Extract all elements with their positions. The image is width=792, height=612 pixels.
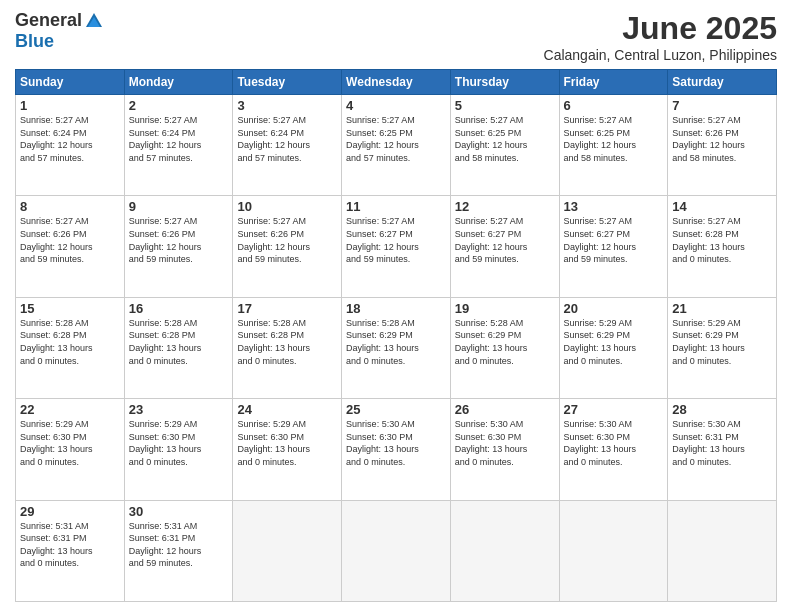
day-number: 30 <box>129 504 229 519</box>
calendar-cell: 9Sunrise: 5:27 AM Sunset: 6:26 PM Daylig… <box>124 196 233 297</box>
calendar-cell: 16Sunrise: 5:28 AM Sunset: 6:28 PM Dayli… <box>124 297 233 398</box>
day-info: Sunrise: 5:28 AM Sunset: 6:28 PM Dayligh… <box>129 317 229 367</box>
day-info: Sunrise: 5:30 AM Sunset: 6:30 PM Dayligh… <box>564 418 664 468</box>
day-info: Sunrise: 5:27 AM Sunset: 6:28 PM Dayligh… <box>672 215 772 265</box>
day-number: 3 <box>237 98 337 113</box>
header-monday: Monday <box>124 70 233 95</box>
day-info: Sunrise: 5:30 AM Sunset: 6:31 PM Dayligh… <box>672 418 772 468</box>
day-info: Sunrise: 5:29 AM Sunset: 6:30 PM Dayligh… <box>129 418 229 468</box>
logo: General Blue <box>15 10 104 52</box>
calendar-subtitle: Calangain, Central Luzon, Philippines <box>544 47 777 63</box>
day-number: 27 <box>564 402 664 417</box>
day-number: 23 <box>129 402 229 417</box>
day-info: Sunrise: 5:31 AM Sunset: 6:31 PM Dayligh… <box>129 520 229 570</box>
day-number: 15 <box>20 301 120 316</box>
calendar-cell: 26Sunrise: 5:30 AM Sunset: 6:30 PM Dayli… <box>450 399 559 500</box>
calendar-cell: 6Sunrise: 5:27 AM Sunset: 6:25 PM Daylig… <box>559 95 668 196</box>
day-number: 19 <box>455 301 555 316</box>
day-info: Sunrise: 5:28 AM Sunset: 6:29 PM Dayligh… <box>346 317 446 367</box>
calendar-cell: 7Sunrise: 5:27 AM Sunset: 6:26 PM Daylig… <box>668 95 777 196</box>
day-info: Sunrise: 5:28 AM Sunset: 6:28 PM Dayligh… <box>20 317 120 367</box>
day-info: Sunrise: 5:27 AM Sunset: 6:26 PM Dayligh… <box>20 215 120 265</box>
calendar-cell: 18Sunrise: 5:28 AM Sunset: 6:29 PM Dayli… <box>342 297 451 398</box>
calendar-cell: 17Sunrise: 5:28 AM Sunset: 6:28 PM Dayli… <box>233 297 342 398</box>
day-info: Sunrise: 5:29 AM Sunset: 6:30 PM Dayligh… <box>20 418 120 468</box>
calendar-cell <box>668 500 777 601</box>
day-info: Sunrise: 5:30 AM Sunset: 6:30 PM Dayligh… <box>346 418 446 468</box>
day-number: 21 <box>672 301 772 316</box>
week-row-2: 8Sunrise: 5:27 AM Sunset: 6:26 PM Daylig… <box>16 196 777 297</box>
day-number: 16 <box>129 301 229 316</box>
day-info: Sunrise: 5:27 AM Sunset: 6:26 PM Dayligh… <box>237 215 337 265</box>
day-number: 6 <box>564 98 664 113</box>
calendar-cell: 11Sunrise: 5:27 AM Sunset: 6:27 PM Dayli… <box>342 196 451 297</box>
day-info: Sunrise: 5:27 AM Sunset: 6:24 PM Dayligh… <box>20 114 120 164</box>
header: General Blue June 2025 Calangain, Centra… <box>15 10 777 63</box>
calendar-cell: 12Sunrise: 5:27 AM Sunset: 6:27 PM Dayli… <box>450 196 559 297</box>
week-row-5: 29Sunrise: 5:31 AM Sunset: 6:31 PM Dayli… <box>16 500 777 601</box>
calendar-cell <box>342 500 451 601</box>
calendar-cell: 27Sunrise: 5:30 AM Sunset: 6:30 PM Dayli… <box>559 399 668 500</box>
logo-general-text: General <box>15 10 82 31</box>
day-info: Sunrise: 5:27 AM Sunset: 6:27 PM Dayligh… <box>346 215 446 265</box>
header-sunday: Sunday <box>16 70 125 95</box>
header-row: Sunday Monday Tuesday Wednesday Thursday… <box>16 70 777 95</box>
title-section: June 2025 Calangain, Central Luzon, Phil… <box>544 10 777 63</box>
page: General Blue June 2025 Calangain, Centra… <box>0 0 792 612</box>
calendar-cell: 8Sunrise: 5:27 AM Sunset: 6:26 PM Daylig… <box>16 196 125 297</box>
day-info: Sunrise: 5:30 AM Sunset: 6:30 PM Dayligh… <box>455 418 555 468</box>
header-thursday: Thursday <box>450 70 559 95</box>
day-number: 22 <box>20 402 120 417</box>
week-row-1: 1Sunrise: 5:27 AM Sunset: 6:24 PM Daylig… <box>16 95 777 196</box>
day-info: Sunrise: 5:27 AM Sunset: 6:25 PM Dayligh… <box>564 114 664 164</box>
week-row-4: 22Sunrise: 5:29 AM Sunset: 6:30 PM Dayli… <box>16 399 777 500</box>
day-info: Sunrise: 5:27 AM Sunset: 6:25 PM Dayligh… <box>346 114 446 164</box>
day-number: 17 <box>237 301 337 316</box>
calendar-cell: 14Sunrise: 5:27 AM Sunset: 6:28 PM Dayli… <box>668 196 777 297</box>
week-row-3: 15Sunrise: 5:28 AM Sunset: 6:28 PM Dayli… <box>16 297 777 398</box>
day-number: 13 <box>564 199 664 214</box>
calendar-cell: 29Sunrise: 5:31 AM Sunset: 6:31 PM Dayli… <box>16 500 125 601</box>
day-info: Sunrise: 5:27 AM Sunset: 6:26 PM Dayligh… <box>672 114 772 164</box>
day-info: Sunrise: 5:27 AM Sunset: 6:27 PM Dayligh… <box>564 215 664 265</box>
day-number: 28 <box>672 402 772 417</box>
day-info: Sunrise: 5:28 AM Sunset: 6:28 PM Dayligh… <box>237 317 337 367</box>
day-number: 29 <box>20 504 120 519</box>
calendar-cell: 22Sunrise: 5:29 AM Sunset: 6:30 PM Dayli… <box>16 399 125 500</box>
calendar-table: Sunday Monday Tuesday Wednesday Thursday… <box>15 69 777 602</box>
day-number: 26 <box>455 402 555 417</box>
calendar-title: June 2025 <box>544 10 777 47</box>
day-number: 14 <box>672 199 772 214</box>
day-number: 18 <box>346 301 446 316</box>
header-tuesday: Tuesday <box>233 70 342 95</box>
calendar-cell <box>559 500 668 601</box>
day-number: 2 <box>129 98 229 113</box>
day-info: Sunrise: 5:29 AM Sunset: 6:29 PM Dayligh… <box>564 317 664 367</box>
calendar-cell: 25Sunrise: 5:30 AM Sunset: 6:30 PM Dayli… <box>342 399 451 500</box>
day-number: 20 <box>564 301 664 316</box>
day-number: 9 <box>129 199 229 214</box>
day-info: Sunrise: 5:29 AM Sunset: 6:29 PM Dayligh… <box>672 317 772 367</box>
day-number: 1 <box>20 98 120 113</box>
day-info: Sunrise: 5:31 AM Sunset: 6:31 PM Dayligh… <box>20 520 120 570</box>
day-info: Sunrise: 5:27 AM Sunset: 6:25 PM Dayligh… <box>455 114 555 164</box>
day-number: 11 <box>346 199 446 214</box>
day-number: 24 <box>237 402 337 417</box>
day-number: 25 <box>346 402 446 417</box>
calendar-cell: 15Sunrise: 5:28 AM Sunset: 6:28 PM Dayli… <box>16 297 125 398</box>
calendar-cell: 5Sunrise: 5:27 AM Sunset: 6:25 PM Daylig… <box>450 95 559 196</box>
calendar-cell: 19Sunrise: 5:28 AM Sunset: 6:29 PM Dayli… <box>450 297 559 398</box>
calendar-cell: 20Sunrise: 5:29 AM Sunset: 6:29 PM Dayli… <box>559 297 668 398</box>
calendar-cell: 13Sunrise: 5:27 AM Sunset: 6:27 PM Dayli… <box>559 196 668 297</box>
calendar-cell: 3Sunrise: 5:27 AM Sunset: 6:24 PM Daylig… <box>233 95 342 196</box>
day-number: 5 <box>455 98 555 113</box>
calendar-cell: 24Sunrise: 5:29 AM Sunset: 6:30 PM Dayli… <box>233 399 342 500</box>
day-info: Sunrise: 5:29 AM Sunset: 6:30 PM Dayligh… <box>237 418 337 468</box>
logo-icon <box>84 11 104 31</box>
day-info: Sunrise: 5:27 AM Sunset: 6:24 PM Dayligh… <box>237 114 337 164</box>
day-number: 4 <box>346 98 446 113</box>
day-number: 12 <box>455 199 555 214</box>
day-info: Sunrise: 5:27 AM Sunset: 6:27 PM Dayligh… <box>455 215 555 265</box>
calendar-cell: 2Sunrise: 5:27 AM Sunset: 6:24 PM Daylig… <box>124 95 233 196</box>
day-info: Sunrise: 5:27 AM Sunset: 6:24 PM Dayligh… <box>129 114 229 164</box>
